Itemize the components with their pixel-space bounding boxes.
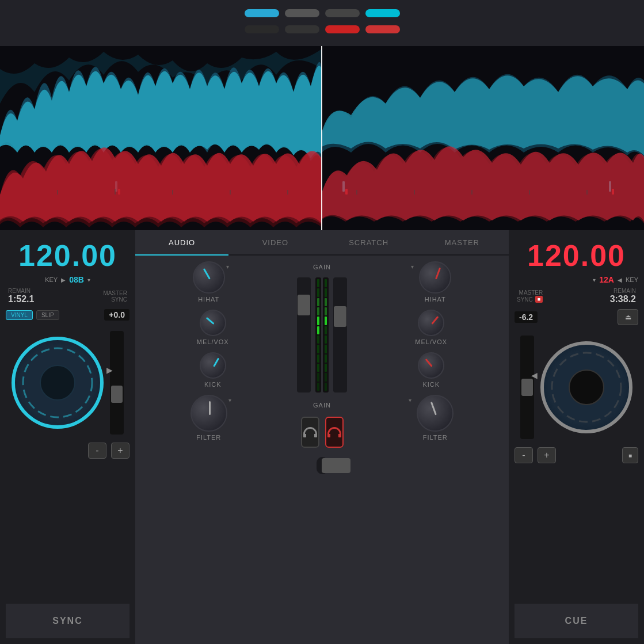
filter-dropdown-left[interactable]: ▾ [228, 397, 235, 404]
key-label-right: KEY [626, 276, 638, 283]
minus-button-right[interactable]: - [515, 447, 533, 463]
play-arrow-right[interactable]: ◀ [531, 371, 538, 380]
gain-text-right: GAIN [313, 402, 331, 409]
stop-button-right[interactable]: ■ [622, 447, 638, 463]
melvox-knob-wrapper-left: MEL/VOX [197, 310, 229, 345]
filter-dropdown-right[interactable]: ▾ [409, 397, 416, 404]
tab-audio[interactable]: AUDIO [135, 230, 228, 256]
platter-left[interactable] [12, 337, 104, 429]
vu-seg [325, 345, 327, 353]
pill-6[interactable] [285, 25, 319, 33]
play-button-left[interactable]: ▶ [106, 365, 113, 375]
cue-button-left[interactable] [301, 417, 319, 448]
filter-label-left: FILTER [196, 434, 221, 441]
kick-indicator-right [425, 359, 433, 367]
filter-indicator-right [430, 402, 437, 416]
headphones-icon-right [326, 426, 342, 439]
vu-seg [317, 364, 319, 372]
filter-knob-wrapper-right: FILTER [417, 395, 454, 441]
vu-seg [325, 298, 327, 306]
eject-button-right[interactable]: ⏏ [618, 309, 638, 325]
hihat-knob-left[interactable] [193, 261, 225, 294]
mode-buttons-right: -6.2 ⏏ [515, 309, 638, 325]
key-row-right: ▾ 12A ◀ KEY [515, 275, 638, 284]
melvox-label-left: MEL/VOX [197, 338, 229, 345]
center-panel: GAIN [291, 261, 354, 638]
pitch-fader-right[interactable] [520, 336, 534, 439]
hihat-wrapper-left: HIHAT ▾ [193, 261, 233, 303]
tab-video[interactable]: VIDEO [228, 230, 322, 256]
bottom-buttons-right: CUE [515, 604, 638, 638]
cue-button-right[interactable] [325, 417, 344, 448]
pitch-fader-left[interactable] [110, 331, 124, 435]
kick-knob-right[interactable] [418, 352, 444, 379]
hihat-knob-right[interactable] [419, 261, 451, 294]
plus-button-right[interactable]: + [538, 447, 556, 463]
pill-2[interactable] [285, 9, 319, 17]
pill-8[interactable] [365, 25, 400, 33]
tab-scratch[interactable]: SCRATCH [322, 230, 416, 256]
vu-seg [317, 298, 319, 306]
plus-button-left[interactable]: + [111, 443, 129, 459]
remain-row-left: REMAIN 1:52.1 MASTER SYNC [6, 288, 129, 304]
tab-master[interactable]: MASTER [416, 230, 509, 256]
mode-buttons-left: VINYL SLIP +0.0 [6, 309, 129, 321]
vu-meters [315, 277, 329, 393]
pill-1[interactable] [245, 9, 279, 17]
crossfader-thumb[interactable] [322, 458, 350, 473]
vinyl-button[interactable]: VINYL [6, 310, 33, 320]
key-chevron-left[interactable]: ▾ [87, 277, 90, 283]
filter-knob-left[interactable] [190, 395, 227, 432]
hihat-indicator-right [435, 268, 441, 280]
waveform-area[interactable] [0, 46, 644, 230]
gain-label-right-center: GAIN [313, 399, 331, 410]
svg-point-19 [40, 365, 75, 400]
hihat-dropdown-right[interactable]: ▾ [411, 264, 418, 270]
key-row-left: KEY ▶ 08B ▾ [6, 275, 129, 284]
filter-knob-right[interactable] [417, 395, 454, 432]
crossfader-track[interactable] [317, 457, 328, 474]
key-chevron-right[interactable]: ▾ [593, 277, 596, 283]
sync-button-left[interactable]: SYNC [6, 604, 129, 638]
pill-7[interactable] [325, 25, 360, 33]
right-fader-thumb[interactable] [334, 306, 346, 327]
pitch-fader-thumb-right[interactable] [521, 379, 533, 396]
vu-left [315, 277, 321, 393]
key-value-right: 12A [599, 275, 614, 284]
hihat-knob-wrapper-left: HIHAT [193, 261, 225, 303]
key-value-left: 08B [69, 275, 84, 284]
top-bar-pills [245, 9, 400, 37]
kick-knob-left[interactable] [200, 352, 226, 379]
key-play-icon-right[interactable]: ◀ [618, 277, 622, 283]
vu-seg [317, 288, 319, 296]
right-channel-fader[interactable] [333, 277, 347, 393]
left-channel-fader[interactable] [297, 277, 311, 393]
cue-button-right-deck[interactable]: CUE [515, 604, 638, 638]
key-play-icon-left[interactable]: ▶ [61, 277, 66, 283]
vu-seg [317, 336, 319, 344]
left-fader-section [297, 277, 311, 393]
filter-indicator-left [209, 401, 211, 415]
hihat-wrapper-right: ▾ HIHAT [411, 261, 451, 303]
svg-rect-23 [338, 434, 341, 437]
platter-right[interactable] [540, 341, 632, 433]
hihat-dropdown-left[interactable]: ▾ [226, 264, 233, 270]
pitch-fader-thumb-left[interactable] [111, 386, 123, 403]
pitch-display-left: +0.0 [104, 309, 129, 321]
filter-knob-wrapper-left: FILTER [190, 395, 227, 441]
melvox-knob-right[interactable] [418, 310, 444, 336]
minus-button-left[interactable]: - [88, 443, 106, 459]
vu-seg [317, 383, 319, 391]
vu-seg [325, 307, 327, 315]
deck-left: 120.00 KEY ▶ 08B ▾ REMAIN 1:52.1 MASTER … [0, 230, 135, 644]
pill-5[interactable] [245, 25, 279, 33]
melvox-knob-left[interactable] [200, 310, 226, 336]
pill-3[interactable] [325, 9, 360, 17]
remain-label-left: REMAIN [8, 288, 34, 294]
left-fader-thumb[interactable] [298, 295, 310, 315]
slip-button[interactable]: SLIP [36, 310, 59, 320]
remain-value-left: 1:52.1 [8, 294, 34, 304]
vu-seg [317, 279, 319, 287]
pill-4[interactable] [365, 9, 400, 17]
vu-seg [325, 288, 327, 296]
